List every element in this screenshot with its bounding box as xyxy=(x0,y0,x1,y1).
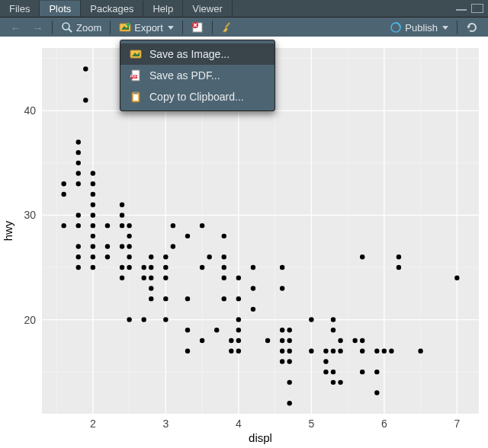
svg-point-63 xyxy=(120,223,124,228)
svg-point-148 xyxy=(418,349,422,354)
svg-point-39 xyxy=(76,171,81,175)
svg-point-129 xyxy=(331,328,336,332)
svg-point-89 xyxy=(200,265,204,270)
tab-help[interactable]: Help xyxy=(143,1,183,16)
svg-text:6: 6 xyxy=(381,418,387,430)
svg-point-46 xyxy=(91,203,95,207)
svg-point-107 xyxy=(251,307,255,312)
tab-files[interactable]: Files xyxy=(0,1,40,16)
svg-point-30 xyxy=(61,223,66,228)
svg-point-49 xyxy=(91,234,95,238)
svg-point-128 xyxy=(331,317,336,322)
maximize-pane-icon[interactable] xyxy=(471,4,483,13)
zoom-button[interactable]: Zoom xyxy=(56,20,106,35)
svg-point-69 xyxy=(127,317,131,322)
svg-point-70 xyxy=(142,276,146,280)
menu-copy-clipboard[interactable]: Copy to Clipboard... xyxy=(120,86,274,107)
svg-point-131 xyxy=(331,370,336,374)
zoom-label: Zoom xyxy=(76,22,101,34)
svg-point-68 xyxy=(127,223,131,228)
svg-point-48 xyxy=(91,254,95,259)
svg-point-74 xyxy=(149,265,153,270)
svg-point-57 xyxy=(105,223,110,228)
svg-point-60 xyxy=(120,265,124,270)
svg-point-135 xyxy=(338,380,342,385)
svg-point-50 xyxy=(91,244,95,248)
svg-point-139 xyxy=(360,370,364,374)
svg-text:2: 2 xyxy=(90,418,96,430)
broom-icon xyxy=(221,21,233,34)
pdf-icon: PDF xyxy=(130,69,142,82)
minimize-pane-icon[interactable] xyxy=(456,9,467,11)
svg-point-92 xyxy=(207,254,211,259)
svg-point-40 xyxy=(76,265,81,270)
svg-text:4: 4 xyxy=(236,418,242,430)
menu-item-label: Copy to Clipboard... xyxy=(149,91,244,103)
svg-point-90 xyxy=(200,223,204,228)
svg-point-105 xyxy=(236,338,241,343)
svg-point-134 xyxy=(338,338,342,343)
next-plot-button[interactable]: → xyxy=(27,20,48,36)
publish-label: Publish xyxy=(405,22,438,34)
prev-plot-button[interactable]: ← xyxy=(5,20,26,36)
export-button[interactable]: Export xyxy=(114,20,178,35)
svg-point-35 xyxy=(76,150,81,155)
svg-text:hwy: hwy xyxy=(2,220,14,241)
svg-rect-167 xyxy=(133,91,138,94)
tab-viewer[interactable]: Viewer xyxy=(183,1,233,16)
clipboard-icon xyxy=(130,91,142,103)
export-icon xyxy=(119,21,131,34)
svg-point-138 xyxy=(360,349,364,354)
export-label: Export xyxy=(134,22,163,34)
svg-point-137 xyxy=(360,338,364,343)
svg-point-140 xyxy=(360,254,364,259)
remove-plot-button[interactable] xyxy=(187,20,208,35)
pane-tabbar: Files Plots Packages Help Viewer xyxy=(0,0,488,18)
svg-point-104 xyxy=(236,349,241,354)
svg-point-66 xyxy=(127,234,131,238)
svg-point-61 xyxy=(120,213,124,217)
svg-point-123 xyxy=(309,317,313,322)
svg-point-52 xyxy=(91,181,95,186)
menu-save-image[interactable]: Save as Image... xyxy=(120,43,274,65)
svg-point-147 xyxy=(396,254,401,259)
svg-point-101 xyxy=(236,317,241,322)
svg-point-36 xyxy=(76,139,81,144)
plots-toolbar: ← → Zoom Export Publish xyxy=(0,18,488,38)
tab-packages[interactable]: Packages xyxy=(81,1,143,16)
svg-point-125 xyxy=(323,349,328,354)
svg-point-124 xyxy=(309,349,313,354)
svg-point-102 xyxy=(236,296,241,301)
svg-point-117 xyxy=(287,349,292,354)
svg-point-72 xyxy=(142,317,146,322)
publish-icon xyxy=(390,21,402,34)
svg-point-75 xyxy=(149,254,153,259)
svg-text:30: 30 xyxy=(24,209,36,221)
svg-line-6 xyxy=(226,23,230,27)
svg-point-58 xyxy=(120,276,124,280)
svg-point-79 xyxy=(163,265,168,270)
svg-point-82 xyxy=(163,317,168,322)
svg-text:PDF: PDF xyxy=(130,75,137,78)
svg-point-144 xyxy=(382,349,387,354)
menu-save-pdf[interactable]: PDF Save as PDF... xyxy=(120,65,274,86)
svg-point-103 xyxy=(236,328,241,332)
remove-plot-icon xyxy=(191,21,204,34)
svg-point-56 xyxy=(105,244,110,248)
svg-point-59 xyxy=(120,244,124,248)
svg-point-133 xyxy=(338,349,342,354)
svg-point-84 xyxy=(171,223,175,228)
clear-all-button[interactable] xyxy=(217,20,238,35)
svg-point-34 xyxy=(76,213,81,217)
svg-point-83 xyxy=(171,244,175,248)
refresh-button[interactable] xyxy=(461,20,483,35)
svg-point-43 xyxy=(83,66,88,71)
tab-plots[interactable]: Plots xyxy=(40,1,81,16)
publish-button[interactable]: Publish xyxy=(385,20,453,35)
caret-down-icon xyxy=(168,26,174,30)
menu-item-label: Save as Image... xyxy=(149,48,230,60)
svg-point-33 xyxy=(76,223,81,228)
svg-point-120 xyxy=(287,380,292,385)
svg-point-80 xyxy=(163,276,168,280)
svg-point-95 xyxy=(222,276,226,280)
